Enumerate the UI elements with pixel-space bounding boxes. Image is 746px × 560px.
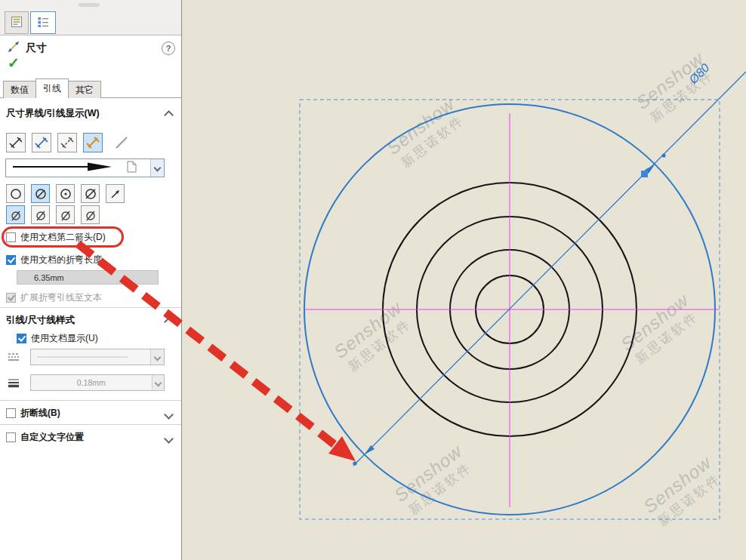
help-icon[interactable]: ?	[162, 42, 175, 55]
property-manager-panel: 尺寸 ? ✓ 数值 引线 其它 尺寸界线/引线显示(W)	[0, 0, 182, 560]
custom-text-position-row: 自定义文字位置	[6, 431, 84, 444]
witness-style-button-2[interactable]	[32, 133, 51, 152]
arrow-position-buttons	[6, 184, 126, 203]
app-window: Senshow 新思诺软件 Senshow 新思诺软件 Senshow 新思诺软…	[0, 0, 746, 560]
custom-text-position-label: 自定义文字位置	[20, 431, 84, 444]
bend-length-input[interactable]	[17, 270, 159, 285]
feature-manager-icon	[10, 15, 23, 31]
sketch-canvas[interactable]: Ø80	[182, 0, 746, 560]
section-leader-style-header: 引线/尺寸线样式	[6, 314, 75, 327]
panel-tab-strip: 数值 引线 其它	[3, 78, 100, 98]
bend-length-label: 使用文档的折弯长度	[20, 254, 102, 266]
witness-style-button-1[interactable]	[6, 133, 26, 152]
expand-chevron-icon[interactable]	[165, 410, 172, 420]
collapse-chevron-icon[interactable]	[165, 110, 172, 121]
tab-leaders[interactable]: 引线	[35, 78, 69, 98]
panel-title-row: 尺寸 ?	[6, 39, 175, 57]
arrow-circle-button-2[interactable]	[31, 184, 50, 203]
arrow-leader-button-5[interactable]	[106, 184, 125, 203]
arrow-size-button-1[interactable]	[6, 205, 25, 224]
collapse-chevron-icon[interactable]	[165, 317, 172, 328]
line-style-icon	[7, 352, 20, 365]
section-witness-header: 尺寸界线/引线显示(W)	[6, 107, 100, 120]
second-arrow-checkbox[interactable]	[6, 232, 16, 242]
dimension-handle[interactable]	[641, 171, 648, 177]
divider	[0, 400, 181, 401]
witness-style-button-3[interactable]	[57, 133, 77, 152]
dropdown-chevron-icon[interactable]	[150, 159, 164, 177]
dropdown-chevron-icon	[150, 349, 164, 365]
break-line-row: 折断线(B)	[6, 407, 60, 420]
panel-title: 尺寸	[26, 42, 47, 55]
arrow-size-button-2[interactable]	[31, 205, 50, 224]
arrow-circle-button-3[interactable]	[56, 184, 75, 203]
divider	[0, 424, 181, 425]
line-thickness-dropdown: 0.18mm	[30, 374, 165, 391]
dropdown-chevron-icon	[152, 375, 164, 390]
arrow-circle-button-4[interactable]	[81, 184, 100, 203]
extend-bent-row: 扩展折弯引线至文本	[6, 291, 102, 304]
tab-property-manager[interactable]	[30, 11, 56, 34]
dimension-leader-line[interactable]	[353, 72, 746, 466]
extend-bent-label: 扩展折弯引线至文本	[20, 291, 102, 304]
dimension-arrowhead-lower	[365, 445, 375, 454]
arrow-size-button-3[interactable]	[56, 205, 75, 224]
panel-resize-grip[interactable]	[79, 3, 100, 7]
property-list-icon	[36, 15, 50, 31]
witness-style-button-4[interactable]	[83, 133, 103, 152]
witness-style-buttons	[6, 133, 130, 152]
arrow-size-buttons	[6, 205, 101, 224]
arrow-circle-button-1[interactable]	[6, 184, 25, 203]
no-witness-line-icon[interactable]	[113, 134, 130, 151]
leader-endpoint-dot[interactable]	[353, 461, 356, 465]
tab-value[interactable]: 数值	[3, 81, 36, 98]
document-default-icon	[127, 161, 137, 175]
divider	[0, 307, 181, 308]
solid-arrow-icon	[9, 161, 122, 175]
dimension-text[interactable]: Ø80	[686, 61, 711, 87]
second-arrow-row: 使用文档第二箭头(D)	[6, 231, 106, 244]
bend-length-row: 使用文档的折弯长度	[6, 254, 102, 266]
extend-bent-checkbox	[6, 293, 16, 303]
break-line-checkbox[interactable]	[6, 408, 16, 418]
break-line-label: 折断线(B)	[20, 407, 60, 420]
line-style-dropdown	[30, 349, 165, 365]
drawing-area[interactable]: Senshow 新思诺软件 Senshow 新思诺软件 Senshow 新思诺软…	[182, 0, 746, 560]
expand-chevron-icon[interactable]	[165, 434, 172, 445]
use-doc-display-row: 使用文档显示(U)	[17, 332, 98, 345]
line-thickness-icon	[7, 377, 20, 390]
second-arrow-label: 使用文档第二箭头(D)	[20, 231, 106, 244]
use-doc-display-checkbox[interactable]	[17, 334, 26, 343]
leader-endpoint-dot[interactable]	[661, 153, 665, 157]
panel-tab-bar	[0, 0, 181, 35]
arrow-style-dropdown[interactable]	[5, 158, 165, 177]
custom-text-position-checkbox[interactable]	[6, 432, 16, 442]
tab-feature-manager[interactable]	[5, 11, 29, 34]
ok-button[interactable]: ✓	[8, 54, 20, 72]
arrow-size-button-4[interactable]	[81, 205, 100, 224]
use-doc-display-label: 使用文档显示(U)	[31, 332, 98, 345]
bend-length-checkbox[interactable]	[6, 255, 16, 265]
tab-other[interactable]: 其它	[68, 81, 101, 98]
line-thickness-value: 0.18mm	[31, 378, 152, 387]
